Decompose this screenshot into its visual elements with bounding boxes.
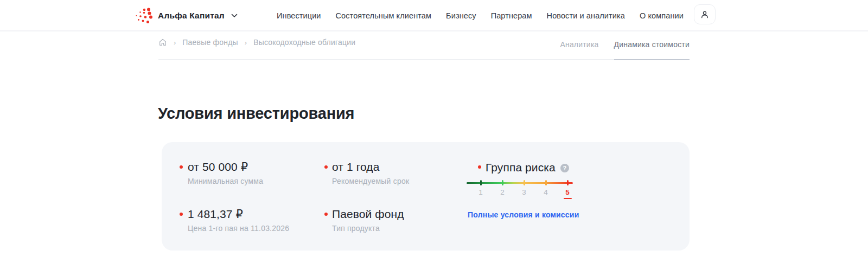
brand-logo-menu[interactable]: Альфа Капитал (133, 0, 238, 31)
min-amount-label: Минимальная сумма (188, 177, 263, 185)
nav-item-news-analytics[interactable]: Новости и аналитика (547, 11, 625, 20)
risk-level-3: 3 (519, 188, 529, 196)
bullet-icon (324, 165, 328, 169)
breadcrumb-separator: › (174, 38, 176, 47)
risk-level-4: 4 (541, 188, 551, 196)
brand-name: Альфа Капитал (158, 11, 225, 21)
top-nav-bar: Альфа Капитал Инвестиции Состоятельным к… (0, 0, 868, 31)
active-tab-underline (614, 59, 690, 60)
nav-item-about[interactable]: О компании (640, 11, 684, 20)
risk-tick-4 (545, 180, 547, 185)
nav-item-investments[interactable]: Инвестиции (277, 11, 321, 20)
risk-tick-5 (567, 180, 569, 185)
risk-selected-underline (564, 198, 572, 199)
alfa-capital-dots-logo-icon (133, 7, 153, 24)
nav-item-partners[interactable]: Партнерам (491, 11, 532, 20)
account-button[interactable] (694, 4, 716, 24)
risk-level-5-selected: 5 (563, 188, 572, 196)
tab-price-dynamics[interactable]: Динамика стоимости (614, 40, 690, 49)
recommended-term-value: от 1 года (332, 161, 379, 174)
breadcrumb-item-high-yield-bonds[interactable]: Высокодоходные облигации (253, 38, 355, 47)
bullet-icon (478, 165, 481, 169)
page-title: Условия инвестирования (158, 105, 354, 123)
risk-scale: 1 2 3 4 5 (467, 180, 573, 201)
main-navigation: Инвестиции Состоятельным клиентам Бизнес… (277, 0, 684, 31)
breadcrumb-item-funds[interactable]: Паевые фонды (182, 38, 238, 47)
chevron-down-icon (231, 14, 238, 18)
investment-conditions-card: от 50 000 ₽ Минимальная сумма от 1 года … (162, 142, 690, 251)
risk-level-2: 2 (497, 188, 507, 196)
help-icon[interactable]: ? (560, 164, 569, 172)
home-icon[interactable] (158, 38, 167, 47)
unit-price-label: Цена 1-го пая на 11.03.2026 (188, 224, 289, 233)
risk-gradient-line (467, 182, 573, 184)
page: Альфа Капитал Инвестиции Состоятельным к… (0, 0, 868, 276)
product-type-label: Тип продукта (332, 224, 380, 233)
risk-group-title: Группа риска (486, 161, 556, 174)
bullet-icon (324, 213, 328, 216)
tab-analytics[interactable]: Аналитика (560, 40, 598, 49)
risk-group-header: Группа риска ? (486, 161, 569, 174)
recommended-term-label: Рекомендуемый срок (332, 177, 409, 185)
breadcrumb-separator: › (245, 38, 247, 47)
section-tabs: Аналитика Динамика стоимости (560, 40, 690, 49)
risk-level-1: 1 (476, 188, 486, 196)
breadcrumb: › Паевые фонды › Высокодоходные облигаци… (158, 38, 355, 47)
bullet-icon (180, 213, 183, 216)
risk-tick-2 (502, 180, 503, 185)
person-icon (700, 10, 710, 20)
nav-item-wealthy-clients[interactable]: Состоятельным клиентам (336, 11, 432, 20)
subnav-divider (158, 59, 690, 60)
risk-tick-3 (524, 180, 525, 185)
unit-price-value: 1 481,37 ₽ (188, 208, 243, 221)
full-terms-link[interactable]: Полные условия и комиссии (468, 210, 579, 219)
risk-tick-1 (480, 180, 482, 185)
bullet-icon (180, 165, 183, 169)
product-type-value: Паевой фонд (332, 208, 404, 221)
nav-item-business[interactable]: Бизнесу (446, 11, 476, 20)
min-amount-value: от 50 000 ₽ (188, 161, 248, 174)
